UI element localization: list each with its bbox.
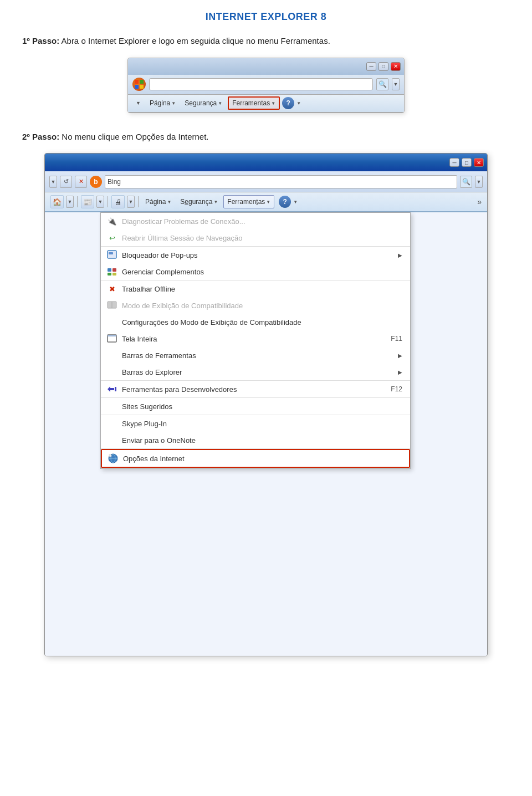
ferramentas-label-1: Ferramentas bbox=[232, 99, 270, 107]
menu-internet-options[interactable]: Opções da Internet bbox=[101, 449, 410, 468]
search-box-1[interactable] bbox=[149, 78, 373, 90]
back-dropdown-2[interactable]: ▼ bbox=[49, 176, 57, 188]
menu-compat-mode[interactable]: Modo de Exibição de Compatibilidade bbox=[101, 297, 410, 314]
menu-section-5: Sites Sugeridos bbox=[101, 398, 410, 415]
menu-section-7: Opções da Internet bbox=[101, 449, 410, 468]
toolbars-arrow: ▶ bbox=[398, 353, 402, 359]
compat-settings-label: Configurações do Modo de Exibição de Com… bbox=[122, 318, 402, 326]
minimize-btn-1[interactable]: ─ bbox=[366, 62, 376, 71]
menu-seguranca-1[interactable]: Segurança ▼ bbox=[181, 98, 226, 109]
suggested-label: Sites Sugeridos bbox=[122, 402, 402, 411]
help-btn-2[interactable]: ? bbox=[279, 196, 291, 208]
rss-icon[interactable]: 📰 bbox=[81, 195, 94, 208]
search-dropdown-1[interactable]: ▼ bbox=[392, 78, 400, 90]
sep-2 bbox=[108, 196, 108, 207]
home-dropdown[interactable]: ▼ bbox=[66, 196, 74, 208]
step1-text: 1º Passo: Abra o Internet Explorer e log… bbox=[22, 35, 510, 48]
search-icon-1[interactable]: 🔍 bbox=[376, 78, 388, 90]
minimize-btn-2[interactable]: ─ bbox=[449, 158, 459, 167]
fullscreen-icon bbox=[106, 333, 117, 344]
compat-mode-label: Modo de Exibição de Compatibilidade bbox=[122, 302, 402, 310]
svg-rect-19 bbox=[109, 455, 111, 457]
print-icon[interactable]: 🖨 bbox=[111, 195, 125, 208]
menu-fullscreen[interactable]: Tela Inteira F11 bbox=[101, 330, 410, 347]
explorer-bars-arrow: ▶ bbox=[398, 369, 402, 375]
page-title: INTERNET EXPLORER 8 bbox=[22, 11, 510, 23]
step1-description: Abra o Internet Explorer e logo em segui… bbox=[62, 36, 330, 45]
titlebar-1: ─ □ ✕ bbox=[128, 58, 404, 75]
menu-offline[interactable]: ✖ Trabalhar Offline bbox=[101, 280, 410, 297]
titlebar-2: ─ □ ✕ bbox=[45, 154, 487, 171]
menu-reabrir[interactable]: ↩ Reabrir Última Sessão de Navegação bbox=[101, 229, 410, 246]
print-dropdown[interactable]: ▼ bbox=[127, 196, 135, 208]
close-btn-2[interactable]: ✕ bbox=[474, 158, 484, 167]
bloqueador-label: Bloqueador de Pop-ups bbox=[122, 251, 393, 259]
pagina-arrow-2: ▼ bbox=[167, 200, 171, 205]
menu-pagina-2[interactable]: Página ▼ bbox=[142, 196, 175, 208]
reabrir-icon: ↩ bbox=[106, 232, 117, 243]
seguranca-arrow-2: ▼ bbox=[213, 200, 218, 205]
menu-ferramentas-2[interactable]: Ferramentas ▼ bbox=[223, 195, 274, 208]
restore-btn-2[interactable]: □ bbox=[462, 158, 472, 167]
pagina-label-2: Página bbox=[145, 198, 166, 206]
menu-section-1: 🔌 Diagnosticar Problemas de Conexão... ↩… bbox=[101, 213, 410, 247]
bing-text-2: Bing bbox=[108, 178, 121, 186]
diagnosticar-label: Diagnosticar Problemas de Conexão... bbox=[122, 217, 402, 226]
menu-devtools[interactable]: Ferramentas para Desenvolvedores F12 bbox=[101, 381, 410, 397]
skype-label: Skype Plug-In bbox=[122, 420, 402, 428]
suggested-icon bbox=[106, 401, 117, 412]
svg-rect-3 bbox=[140, 85, 144, 89]
menu-skype[interactable]: Skype Plug-In bbox=[101, 415, 410, 432]
address-field-2[interactable]: Bing bbox=[105, 175, 457, 188]
step2-screenshot: ─ □ ✕ ▼ ↺ ✕ b Bing 🔍 ▼ 🏠 ▼ 📰 ▼ 🖨 ▼ Págin… bbox=[44, 153, 488, 656]
offline-icon: ✖ bbox=[106, 283, 117, 294]
tools-dropdown-menu: 🔌 Diagnosticar Problemas de Conexão... ↩… bbox=[100, 212, 411, 469]
ferramentas-label-2: Ferramentas bbox=[227, 198, 265, 206]
search-icon-2[interactable]: 🔍 bbox=[460, 176, 472, 188]
menu-seguranca-2[interactable]: Segurança ▼ bbox=[177, 196, 221, 208]
windows-logo-1 bbox=[132, 78, 146, 91]
menu-section-2: Bloqueador de Pop-ups ▶ Gerenciar Comple… bbox=[101, 247, 410, 280]
help-btn-1[interactable]: ? bbox=[282, 97, 294, 109]
menu-section-6: Skype Plug-In Enviar para o OneNote bbox=[101, 415, 410, 449]
gerenciar-icon bbox=[106, 266, 117, 277]
restore-btn-1[interactable]: □ bbox=[378, 62, 388, 71]
menu-pagina-1[interactable]: Página ▼ bbox=[146, 98, 179, 109]
step2-text: 2º Passo: No menu clique em Opções da In… bbox=[22, 131, 510, 144]
menu-section-3: ✖ Trabalhar Offline Modo de Exibição de … bbox=[101, 280, 410, 381]
bloqueador-icon bbox=[106, 249, 117, 261]
svg-rect-6 bbox=[108, 268, 111, 272]
step2-label: 2º Passo: bbox=[22, 132, 59, 141]
rss-dropdown[interactable]: ▼ bbox=[96, 196, 104, 208]
menu-toolbars[interactable]: Barras de Ferramentas ▶ bbox=[101, 347, 410, 364]
fullscreen-label: Tela Inteira bbox=[122, 335, 386, 343]
bing-icon-2: b bbox=[90, 176, 102, 188]
step2-description: No menu clique em Opções da Internet. bbox=[62, 132, 208, 141]
stop-btn-2[interactable]: ✕ bbox=[75, 176, 87, 188]
menu-ferramentas-1[interactable]: Ferramentas ▼ bbox=[228, 96, 280, 110]
menu-compat-settings[interactable]: Configurações do Modo de Exibição de Com… bbox=[101, 314, 410, 330]
onenote-icon bbox=[106, 435, 117, 446]
pagina-arrow-1: ▼ bbox=[171, 101, 176, 106]
more-icon[interactable]: » bbox=[477, 197, 482, 206]
menu-bloqueador[interactable]: Bloqueador de Pop-ups ▶ bbox=[101, 247, 410, 263]
internet-options-label: Opções da Internet bbox=[123, 455, 401, 463]
menu-section-4: Ferramentas para Desenvolvedores F12 bbox=[101, 381, 410, 398]
devtools-shortcut: F12 bbox=[391, 385, 402, 393]
home-icon[interactable]: 🏠 bbox=[50, 195, 64, 208]
skype-icon bbox=[106, 418, 117, 429]
back-btn-2[interactable]: ↺ bbox=[60, 176, 72, 188]
search-dropdown-2[interactable]: ▼ bbox=[475, 176, 483, 188]
bloqueador-arrow: ▶ bbox=[398, 252, 402, 258]
menu-explorer-bars[interactable]: Barras do Explorer ▶ bbox=[101, 364, 410, 380]
offline-label: Trabalhar Offline bbox=[122, 285, 402, 293]
svg-marker-14 bbox=[108, 386, 114, 392]
toolbar-nav-1: ▼ bbox=[132, 99, 144, 108]
menu-suggested[interactable]: Sites Sugeridos bbox=[101, 398, 410, 415]
menu-diagnosticar[interactable]: 🔌 Diagnosticar Problemas de Conexão... bbox=[101, 213, 410, 229]
svg-rect-1 bbox=[140, 80, 144, 84]
svg-rect-2 bbox=[135, 85, 139, 89]
menu-gerenciar[interactable]: Gerenciar Complementos bbox=[101, 263, 410, 280]
menu-onenote[interactable]: Enviar para o OneNote bbox=[101, 432, 410, 448]
close-btn-1[interactable]: ✕ bbox=[391, 62, 401, 71]
